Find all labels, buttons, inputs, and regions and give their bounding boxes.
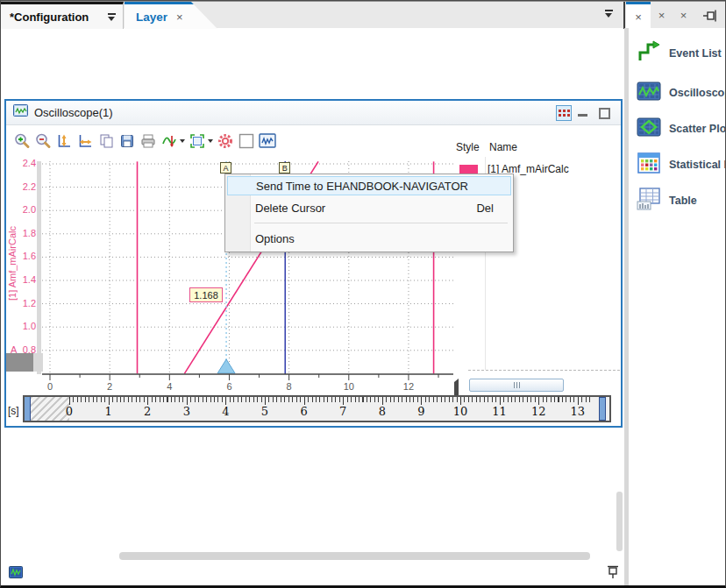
signal-display-mode-button[interactable]: [159, 131, 186, 152]
cursor-a-flag[interactable]: A: [220, 162, 231, 174]
tab-dropdown-icon[interactable]: [108, 13, 116, 21]
tab-close-icon[interactable]: ×: [176, 11, 183, 23]
panel-tab-3[interactable]: ×: [673, 2, 694, 29]
ruler-tick: [265, 397, 266, 405]
window-title-bar[interactable]: Oscilloscope(1): [6, 101, 621, 125]
panel-tab-3-close-icon[interactable]: ×: [680, 10, 687, 21]
measure-window-button[interactable]: [187, 131, 214, 152]
pin-icon[interactable]: [702, 9, 718, 26]
y-axis-title: [1] Amf_mAirCalc: [6, 202, 18, 325]
copy-button[interactable]: [96, 131, 116, 152]
ruler-tick: [578, 397, 579, 405]
signal-list-style-header[interactable]: Style: [456, 141, 480, 153]
menu-item-shortcut: Del: [476, 202, 511, 215]
fit-horizontal-button[interactable]: [75, 131, 95, 152]
tab-layer[interactable]: Layer ×: [125, 2, 217, 29]
dropdown-arrow-icon[interactable]: [180, 139, 185, 143]
ruler-tick: [225, 397, 226, 405]
ruler-tick-label: 6: [294, 405, 315, 418]
menu-item-send-time[interactable]: Send Time to EHANDBOOK-NAVIGATOR: [227, 176, 511, 195]
palette-item-label: Table: [669, 195, 697, 207]
fit-vertical-button[interactable]: [53, 131, 74, 152]
palette-item-oscilloscope[interactable]: Oscilloscope: [629, 79, 726, 107]
ruler-tick-label: 11: [489, 405, 510, 418]
ruler-tick-label: 12: [528, 405, 549, 418]
x-axis-labels: 024681012: [42, 381, 453, 393]
window-title: Oscilloscope(1): [34, 106, 113, 119]
background-color-button[interactable]: [236, 131, 256, 152]
ruler-tick: [538, 397, 539, 405]
ruler-tick-label: 4: [215, 405, 236, 418]
palette-item-label: Oscilloscope: [669, 87, 726, 99]
palette-item-event-list[interactable]: Event List: [629, 39, 726, 67]
ruler-tick-label: 9: [410, 405, 431, 418]
signal-list-name-header[interactable]: Name: [489, 141, 517, 153]
status-oscilloscope-icon[interactable]: [9, 566, 23, 582]
embedded-view-toggle-icon[interactable]: [556, 105, 572, 121]
scatter-plot-icon: [637, 117, 661, 141]
x-tick-label: 6: [218, 381, 239, 392]
ruler-tick-label: 2: [137, 405, 158, 418]
maximize-button[interactable]: [599, 108, 610, 119]
zoom-out-button[interactable]: [32, 131, 53, 152]
oscilloscope-view-button[interactable]: [257, 131, 277, 152]
ruler-tick-label: 8: [372, 405, 393, 418]
settings-gear-button[interactable]: [215, 131, 235, 152]
panel-tab-2[interactable]: ×: [651, 2, 673, 29]
panel-tab-2-close-icon[interactable]: ×: [658, 10, 666, 21]
ruler-tick: [382, 397, 383, 405]
tab-bar-separator: [623, 2, 625, 29]
y-tick-label: 2.4: [8, 158, 36, 168]
ruler-tick: [147, 397, 148, 405]
tab-overflow-icon[interactable]: [605, 10, 613, 18]
menu-item-delete-cursor[interactable]: Delete Cursor Del: [227, 198, 511, 217]
palette-item-scatter-plot[interactable]: Scatter Plot: [629, 115, 726, 143]
ruler-tick: [421, 397, 422, 405]
ruler-tick: [109, 397, 110, 405]
save-button[interactable]: [117, 131, 137, 152]
x-tick-label: 10: [338, 381, 359, 392]
context-menu: Send Time to EHANDBOOK-NAVIGATOR Delete …: [224, 174, 514, 252]
ruler-tick: [460, 397, 461, 405]
ruler-tick: [343, 397, 344, 405]
cursor-b-flag[interactable]: B: [279, 162, 290, 174]
ruler-tick: [304, 397, 305, 405]
document-tab-bar: *Configuration Layer × × × ×: [1, 1, 725, 28]
x-tick-label: 8: [279, 381, 300, 392]
corner-scrollbar-thumb[interactable]: [6, 353, 33, 372]
menu-item-options[interactable]: Options: [227, 229, 511, 248]
ruler-tick-label: 7: [332, 405, 353, 418]
oscilloscope-window: Oscilloscope(1): [4, 99, 623, 428]
instrument-palette: Event List Oscilloscope Scatter Plot: [629, 28, 726, 586]
panel-tab-1-close-icon[interactable]: ×: [635, 11, 642, 23]
main-vscrollbar-thumb[interactable]: [616, 492, 623, 551]
ruler-left-cap[interactable]: [25, 397, 31, 421]
ruler-tick: [187, 397, 188, 405]
statistical-data-icon: [637, 152, 661, 178]
zoom-in-button[interactable]: [11, 131, 32, 152]
cursor-value-label: 1.168: [189, 287, 223, 302]
minimize-button[interactable]: [578, 114, 587, 117]
main-hscrollbar-thumb[interactable]: [119, 552, 590, 560]
y-tick-label: 2.2: [8, 181, 36, 192]
panel-tab-1[interactable]: ×: [626, 2, 651, 29]
x-tick-label: 2: [99, 381, 120, 392]
bottom-pin-icon[interactable]: [607, 565, 619, 583]
menu-separator: [254, 223, 508, 223]
table-icon: [637, 188, 661, 214]
ruler-unit-label: [s]: [8, 405, 19, 417]
tab-configuration[interactable]: *Configuration: [1, 2, 124, 29]
palette-item-table[interactable]: Table: [629, 187, 726, 215]
ruler-tick-label: 13: [567, 405, 588, 418]
time-ruler[interactable]: 012345678910111213: [23, 395, 611, 422]
print-button[interactable]: [138, 131, 158, 152]
ruler-tick-label: 0: [59, 405, 80, 418]
list-hscrollbar-thumb[interactable]: [469, 379, 564, 392]
palette-item-statistical-data[interactable]: Statistical Data: [629, 151, 726, 179]
palette-item-label: Event List: [669, 47, 722, 60]
ruler-right-cap[interactable]: [599, 397, 606, 421]
y-axis-strip[interactable]: [37, 161, 41, 374]
dropdown-arrow-icon[interactable]: [208, 139, 213, 143]
ruler-tick-label: 3: [176, 405, 197, 418]
x-tick-label: 4: [159, 381, 180, 392]
